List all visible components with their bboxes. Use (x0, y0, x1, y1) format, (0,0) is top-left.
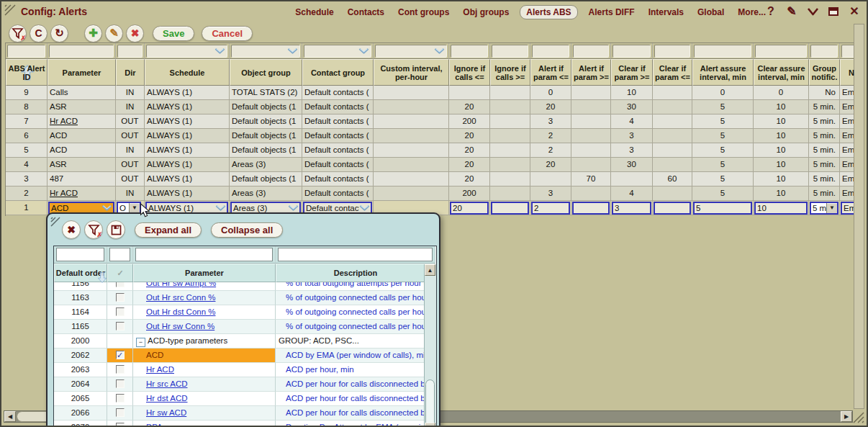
refresh-icon[interactable]: ↻ (50, 24, 68, 42)
nav-item-contacts[interactable]: Contacts (346, 6, 386, 18)
table-row[interactable]: 5ACDINALWAYS (1)Default objects (1Defaul… (6, 143, 855, 158)
checkbox-checked[interactable]: ✓ (116, 351, 125, 359)
table-row[interactable]: 8ASRINALWAYS (1)Default objects (1Defaul… (6, 100, 855, 114)
col-header-ignore_ge[interactable]: Ignore if calls >= (490, 59, 530, 86)
chevron-down-icon[interactable] (358, 48, 369, 54)
scroll-right-icon[interactable]: ▶ (841, 411, 852, 422)
popup-col-header-param[interactable]: Parameter (133, 264, 276, 282)
col-header-alert_assure[interactable]: Alert assure interval, min (692, 59, 754, 86)
filter-clear_assure[interactable] (754, 43, 809, 59)
alert_ge-input[interactable] (572, 202, 610, 215)
ignore_le-input[interactable]: 20 (450, 202, 489, 215)
collapse-group-icon[interactable]: − (136, 338, 145, 347)
filter-alert_assure[interactable] (692, 43, 754, 59)
checkbox[interactable] (116, 293, 125, 302)
table-row[interactable]: 7Hr ACDOUTALWAYS (1)Default objects (1De… (6, 114, 855, 129)
filter-custom_interval[interactable] (374, 43, 449, 59)
parameter-link[interactable]: Out Hr dst Conn % (146, 307, 216, 316)
col-header-parameter[interactable]: Parameter (48, 59, 116, 86)
notif-input[interactable]: Em (841, 202, 855, 215)
pencil-icon[interactable]: ✎ (785, 4, 798, 18)
col-header-alert_le[interactable]: Alert if param <= (530, 59, 571, 86)
col-header-clear_assure[interactable]: Clear assure interval, min (754, 59, 809, 86)
parameter-link[interactable]: ACD (146, 351, 163, 359)
param-row[interactable]: 2066Hr sw ACDACD per hour for calls disc… (54, 406, 435, 421)
filter-input-contact_group[interactable] (304, 45, 371, 58)
save-button[interactable]: Save (153, 26, 194, 41)
filter-clear_le[interactable] (653, 43, 692, 59)
col-header-notif[interactable]: N (840, 59, 855, 86)
nav-item-cont-groups[interactable]: Cont groups (397, 6, 451, 18)
dialog-drag-grip[interactable] (50, 216, 61, 228)
filter-input-alert_assure[interactable] (694, 45, 751, 58)
filter-ignore_ge[interactable] (490, 43, 530, 59)
checkbox[interactable] (116, 379, 125, 388)
save-icon[interactable] (107, 220, 125, 239)
popup-filter-order[interactable] (54, 246, 107, 264)
filter-clear-icon[interactable]: ✗ (9, 24, 27, 42)
checkbox[interactable] (116, 365, 125, 374)
filter-input-group_notific[interactable] (810, 45, 838, 58)
param-row[interactable]: 2063Hr ACDACD per hour, min (54, 363, 435, 377)
close-icon[interactable]: ✖ (62, 220, 81, 239)
filter-input-object_group[interactable] (231, 45, 300, 58)
table-row[interactable]: 4ASROUTALWAYS (1)Areas (3)Default contac… (6, 158, 855, 172)
scroll-down-icon[interactable]: ▼ (425, 423, 435, 427)
filter-object_group[interactable] (230, 43, 302, 59)
popup-filter-desc[interactable] (276, 246, 435, 264)
param-row[interactable]: 2062✓ACDACD by EMA (per window of calls)… (54, 349, 435, 363)
param-row[interactable]: 2065Hr dst ACDACD per hour for calls dis… (54, 392, 435, 406)
dropdown-arrow-icon[interactable]: ▼ (129, 203, 140, 213)
nav-item-obj-groups[interactable]: Obj groups (461, 6, 510, 18)
filter-group_notific[interactable] (809, 43, 840, 59)
filter-input-schedule[interactable] (146, 45, 227, 58)
filter-clear-icon[interactable]: ✗ (84, 220, 103, 239)
table-row[interactable]: 2Hr ACDINALWAYS (1)Areas (3)Default cont… (6, 186, 855, 201)
param-row[interactable]: 1164Out Hr dst Conn %% of outgoing conne… (54, 305, 435, 320)
filter-input-alert_le[interactable] (532, 45, 569, 58)
popup-col-header-check[interactable]: ✓ (107, 264, 133, 282)
popup-filter-input-check[interactable] (109, 248, 130, 261)
chevron-down-icon[interactable] (287, 48, 298, 54)
popup-filter-param[interactable] (133, 246, 276, 264)
chevron-down-icon[interactable] (215, 205, 227, 211)
col-header-custom_interval[interactable]: Custom interval, per-hour (374, 59, 449, 86)
parameter-link[interactable]: Hr sw ACD (146, 408, 186, 417)
dropdown-arrow-icon[interactable]: ▼ (826, 203, 837, 213)
filter-input-clear_assure[interactable] (755, 45, 807, 58)
parameter-link[interactable]: Out Hr src Conn % (146, 293, 216, 302)
nav-item-alerts-diff[interactable]: Alerts DIFF (587, 6, 636, 18)
col-header-schedule[interactable]: Schedule (145, 59, 230, 86)
checkbox[interactable] (116, 423, 125, 427)
nav-item-alerts-abs[interactable]: Alerts ABS (520, 5, 577, 19)
table-row[interactable]: 6ACDOUTALWAYS (1)Default objects (1Defau… (6, 129, 855, 143)
window-resize-grip-br[interactable] (852, 411, 865, 424)
col-header-dir[interactable]: Dir (116, 59, 145, 86)
clear-icon[interactable]: C (30, 24, 48, 42)
scroll-up-icon[interactable]: ▲ (425, 264, 435, 276)
nav-item-intervals[interactable]: Intervals (647, 6, 685, 18)
table-row[interactable]: 9CallsINALWAYS (1)TOTAL STATS (2)Default… (6, 86, 855, 100)
scroll-left-icon[interactable]: ◀ (4, 411, 16, 422)
parameter-link[interactable]: DPA (146, 423, 163, 427)
filter-id[interactable] (6, 43, 48, 59)
checkbox[interactable] (116, 322, 125, 331)
param-row[interactable]: 1163Out Hr src Conn %% of outgoing conne… (54, 291, 435, 305)
filter-input-id[interactable] (7, 45, 45, 58)
param-row[interactable]: 1165Out Hr sw Conn %% of outgoing connec… (54, 320, 435, 334)
chevron-down-icon[interactable] (288, 205, 299, 211)
parameter-link[interactable]: Hr ACD (50, 189, 78, 197)
checkbox[interactable] (116, 394, 125, 403)
alert_assure-input[interactable]: 5 (693, 202, 752, 215)
col-header-clear_le[interactable]: Clear if param <= (653, 59, 692, 86)
collapse-all-button[interactable]: Collapse all (211, 223, 283, 238)
add-icon[interactable]: ✚ (84, 24, 102, 42)
chevron-down-icon[interactable] (434, 48, 445, 54)
col-header-ignore_le[interactable]: Ignore if calls <= (449, 59, 490, 86)
popup-col-header-desc[interactable]: Description (276, 264, 435, 282)
filter-notif[interactable] (840, 43, 855, 59)
popup-vertical-scrollbar[interactable]: ▲▼ (424, 264, 436, 427)
filter-ignore_le[interactable] (449, 43, 490, 59)
cancel-button[interactable]: Cancel (202, 26, 253, 41)
popup-scrollbar-thumb[interactable] (425, 379, 435, 427)
